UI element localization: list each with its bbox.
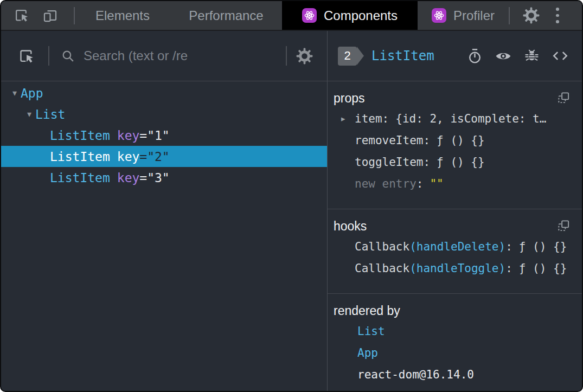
search-input[interactable] bbox=[84, 48, 286, 63]
search-icon bbox=[60, 48, 76, 64]
prop-name: removeItem bbox=[355, 134, 423, 147]
selected-component-header: 2 ListItem bbox=[328, 31, 582, 81]
tree-row-app[interactable]: ▾ App bbox=[1, 82, 327, 104]
key-attribute: key bbox=[117, 128, 140, 143]
component-name: ListItem bbox=[50, 150, 110, 164]
hook-detail: (handleToggle) bbox=[409, 262, 505, 275]
hook-value: ƒ () {} bbox=[519, 262, 567, 275]
search-box bbox=[49, 48, 286, 64]
tree-row-list[interactable]: ▾ List bbox=[1, 104, 327, 125]
tree-pane: ▾ App ▾ List ListItem key="1" ListItem bbox=[1, 31, 328, 391]
owners-stack-badge: 2 bbox=[338, 47, 357, 66]
tab-label: Elements bbox=[95, 8, 150, 23]
prop-row-removeitem[interactable]: removeItem: ƒ () {} bbox=[328, 130, 582, 151]
copy-props-button[interactable] bbox=[557, 91, 571, 105]
rendered-by-list-link[interactable]: List bbox=[328, 320, 582, 342]
hook-value: ƒ () {} bbox=[519, 240, 567, 253]
new-entry-label[interactable]: new entry bbox=[355, 177, 417, 190]
tab-label: Performance bbox=[189, 8, 263, 23]
kebab-menu-icon bbox=[556, 8, 559, 11]
prop-name: toggleItem bbox=[355, 156, 423, 169]
prop-row-toggleitem[interactable]: toggleItem: ƒ () {} bbox=[328, 151, 582, 173]
tab-label: Components bbox=[324, 8, 398, 23]
key-value: ="3" bbox=[139, 171, 169, 185]
copy-hooks-button[interactable] bbox=[557, 219, 571, 233]
inspect-element-button[interactable] bbox=[13, 7, 30, 24]
view-settings-button[interactable] bbox=[296, 48, 313, 65]
rendered-by-section: rendered by List App react-dom@16.14.0 bbox=[328, 294, 582, 392]
props-section-title: props bbox=[328, 88, 582, 108]
tab-profiler[interactable]: Profiler bbox=[418, 1, 509, 30]
devtools-window: Elements Performance Components bbox=[0, 0, 583, 392]
chevron-down-icon[interactable]: ▾ bbox=[23, 109, 35, 119]
chevron-down-icon[interactable]: ▾ bbox=[9, 88, 21, 98]
components-panel: ▾ App ▾ List ListItem key="1" ListItem bbox=[1, 31, 582, 391]
component-name: ListItem bbox=[50, 128, 110, 143]
copy-icon bbox=[557, 91, 571, 105]
log-component-data-button[interactable] bbox=[523, 48, 540, 65]
key-value: ="1" bbox=[139, 128, 169, 143]
gear-icon bbox=[296, 48, 313, 65]
hook-name: Callback bbox=[355, 240, 409, 253]
stopwatch-icon bbox=[466, 48, 483, 65]
hook-row-handledelete[interactable]: Callback(handleDelete): ƒ () {} bbox=[328, 236, 582, 258]
toolbar-divider bbox=[286, 46, 287, 66]
tab-label: Profiler bbox=[453, 8, 495, 23]
hook-row-handletoggle[interactable]: Callback(handleToggle): ƒ () {} bbox=[328, 258, 582, 279]
tree-row-listitem-1[interactable]: ListItem key="1" bbox=[1, 125, 327, 146]
view-source-button[interactable] bbox=[552, 47, 569, 65]
selected-component-title: ListItem bbox=[371, 48, 434, 63]
components-toolbar bbox=[1, 31, 327, 81]
prop-value: ƒ () {} bbox=[437, 156, 485, 169]
details-pane: 2 ListItem bbox=[328, 31, 582, 391]
tab-performance[interactable]: Performance bbox=[170, 1, 282, 30]
new-entry-row[interactable]: new entry: "" bbox=[328, 173, 582, 195]
component-tree: ▾ App ▾ List ListItem key="1" ListItem bbox=[1, 81, 327, 391]
devtools-settings-button[interactable] bbox=[523, 7, 540, 24]
component-name: App bbox=[21, 86, 43, 100]
gear-icon bbox=[523, 7, 540, 24]
devtools-tab-bar: Elements Performance Components bbox=[1, 1, 582, 31]
component-name: List bbox=[35, 107, 65, 121]
bug-icon bbox=[523, 48, 540, 65]
prop-value: {id: 2, isComplete: t… bbox=[395, 112, 546, 125]
hook-detail: (handleDelete) bbox=[409, 240, 505, 253]
device-toolbar-button[interactable] bbox=[42, 7, 59, 24]
component-name: ListItem bbox=[50, 171, 110, 185]
hook-name: Callback bbox=[355, 262, 409, 275]
prop-value: ƒ () {} bbox=[437, 134, 485, 147]
inspect-cursor-icon bbox=[13, 7, 30, 24]
eye-icon bbox=[495, 47, 512, 65]
key-attribute: key bbox=[117, 150, 140, 164]
code-brackets-icon bbox=[552, 47, 569, 65]
react-logo-icon bbox=[432, 8, 446, 23]
hooks-section: hooks Callback(handleDelete): ƒ () {} Ca… bbox=[328, 209, 582, 294]
copy-icon bbox=[557, 219, 571, 233]
tab-components[interactable]: Components bbox=[282, 1, 418, 30]
inspect-cursor-icon bbox=[17, 47, 35, 65]
select-element-button[interactable] bbox=[17, 47, 35, 65]
key-attribute: key bbox=[117, 171, 140, 185]
prop-name: item bbox=[355, 112, 382, 125]
more-options-button[interactable] bbox=[556, 6, 559, 25]
rendered-by-app-link[interactable]: App bbox=[328, 342, 582, 364]
tree-row-listitem-2-selected[interactable]: ListItem key="2" bbox=[1, 146, 327, 167]
hooks-section-title: hooks bbox=[328, 216, 582, 236]
tree-row-listitem-3[interactable]: ListItem key="3" bbox=[1, 167, 327, 188]
rendered-by-react-dom: react-dom@16.14.0 bbox=[328, 364, 582, 385]
suspend-toggle-button[interactable] bbox=[466, 48, 483, 65]
react-logo-icon bbox=[302, 8, 317, 23]
tab-elements[interactable]: Elements bbox=[75, 1, 170, 30]
prop-row-item[interactable]: ▸ item: {id: 2, isComplete: t… bbox=[328, 108, 582, 130]
new-entry-value[interactable]: "" bbox=[430, 177, 443, 190]
props-section: props ▸ item: {id: 2, isComplete: t… rem… bbox=[328, 81, 582, 209]
inspect-dom-button[interactable] bbox=[495, 47, 512, 65]
key-value: ="2" bbox=[139, 150, 169, 164]
chevron-right-icon[interactable]: ▸ bbox=[341, 114, 355, 124]
toolbar-divider bbox=[509, 7, 510, 24]
rendered-by-title: rendered by bbox=[328, 301, 582, 320]
device-toolbar-icon bbox=[42, 7, 59, 24]
